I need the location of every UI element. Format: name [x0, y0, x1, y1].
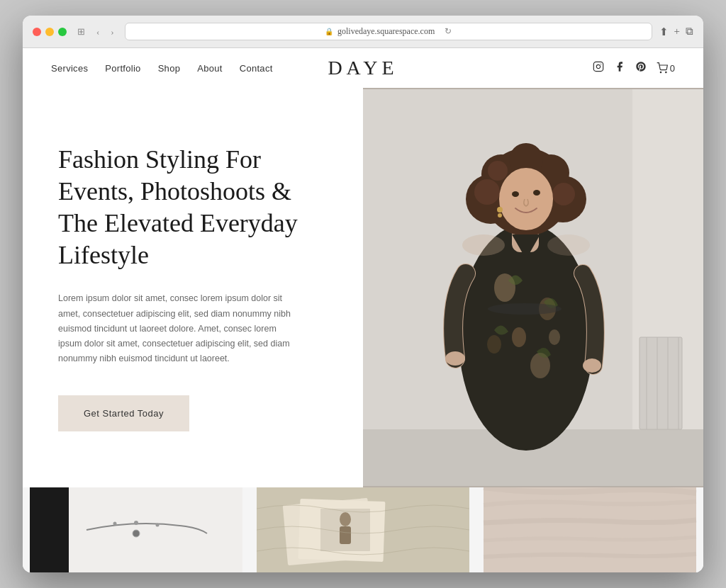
tabs-button[interactable]: ⧉: [686, 26, 693, 38]
gallery-section: [23, 487, 703, 572]
svg-point-45: [156, 524, 160, 527]
nav-contact[interactable]: Contact: [240, 63, 273, 74]
site-logo[interactable]: DAYE: [328, 57, 398, 79]
instagram-icon[interactable]: [593, 61, 604, 75]
necklace-photo: [23, 487, 250, 572]
svg-point-33: [499, 168, 553, 230]
svg-point-19: [549, 329, 560, 345]
svg-point-35: [533, 190, 540, 196]
browser-controls: ⊞ ‹ ›: [74, 25, 118, 39]
nav-right: 0: [593, 61, 675, 75]
svg-point-53: [340, 512, 351, 526]
svg-rect-57: [484, 487, 696, 572]
pinterest-icon[interactable]: [635, 61, 647, 75]
gallery-item-3: [476, 487, 703, 572]
texture-photo: [476, 487, 703, 572]
svg-point-36: [497, 207, 503, 213]
svg-rect-42: [30, 487, 72, 572]
svg-rect-8: [640, 337, 682, 429]
svg-point-46: [113, 522, 117, 526]
new-tab-button[interactable]: +: [674, 26, 680, 38]
nav-about[interactable]: About: [197, 63, 222, 74]
url-text: golivedaye.squarespace.com: [337, 26, 435, 37]
website-content: Services Portfolio Shop About Contact DA…: [23, 48, 703, 572]
traffic-lights: [33, 28, 67, 36]
lock-icon: 🔒: [325, 28, 333, 35]
close-button[interactable]: [33, 28, 41, 36]
svg-point-2: [601, 64, 601, 64]
fashion-photos: [250, 487, 476, 572]
svg-point-47: [133, 530, 140, 537]
gallery-item-2: [250, 487, 476, 572]
browser-window: ⊞ ‹ › 🔒 golivedaye.squarespace.com ↻ ⬆ +…: [23, 16, 703, 572]
hero-content: Fashion Styling For Events, Photoshoots …: [23, 88, 363, 487]
svg-point-3: [660, 72, 661, 72]
hero-title: Fashion Styling For Events, Photoshoots …: [58, 144, 335, 271]
svg-rect-54: [340, 526, 351, 544]
cta-button[interactable]: Get Started Today: [58, 395, 189, 431]
gallery-item-1: [23, 487, 250, 572]
svg-point-37: [498, 213, 502, 217]
svg-point-31: [552, 183, 575, 205]
svg-rect-0: [593, 62, 603, 71]
cart-button[interactable]: 0: [657, 62, 675, 74]
nav-shop[interactable]: Shop: [158, 63, 181, 74]
nav-services[interactable]: Services: [51, 63, 88, 74]
svg-point-20: [488, 303, 562, 315]
svg-point-32: [488, 161, 508, 181]
sidebar-toggle-button[interactable]: ⊞: [74, 25, 89, 39]
facebook-icon[interactable]: [614, 61, 625, 75]
svg-point-22: [583, 358, 601, 373]
maximize-button[interactable]: [58, 28, 67, 36]
svg-point-44: [134, 521, 138, 525]
hero-image: [363, 88, 703, 487]
forward-button[interactable]: ›: [107, 25, 117, 39]
navigation: Services Portfolio Shop About Contact DA…: [23, 48, 703, 88]
hero-photo: [363, 88, 703, 487]
svg-rect-43: [69, 487, 242, 572]
svg-point-30: [474, 179, 500, 205]
hero-description: Lorem ipsum dolor sit amet, consec lorem…: [58, 291, 299, 366]
hero-section: Fashion Styling For Events, Photoshoots …: [23, 88, 703, 487]
nav-links: Services Portfolio Shop About Contact: [51, 63, 273, 74]
browser-chrome: ⊞ ‹ › 🔒 golivedaye.squarespace.com ↻ ⬆ +…: [23, 16, 703, 48]
svg-point-18: [487, 335, 501, 354]
share-button[interactable]: ⬆: [659, 26, 669, 38]
minimize-button[interactable]: [45, 28, 54, 36]
svg-point-4: [665, 72, 666, 72]
svg-point-1: [596, 64, 600, 68]
browser-actions: ⬆ + ⧉: [659, 26, 693, 38]
svg-point-16: [512, 327, 526, 347]
back-button[interactable]: ‹: [93, 25, 103, 39]
svg-point-34: [512, 191, 519, 197]
svg-point-39: [462, 234, 505, 256]
address-bar[interactable]: 🔒 golivedaye.squarespace.com ↻: [125, 23, 652, 40]
reload-button[interactable]: ↻: [445, 26, 452, 37]
svg-point-21: [445, 351, 465, 366]
svg-point-40: [547, 234, 590, 256]
cart-count: 0: [670, 63, 675, 74]
nav-portfolio[interactable]: Portfolio: [105, 63, 140, 74]
